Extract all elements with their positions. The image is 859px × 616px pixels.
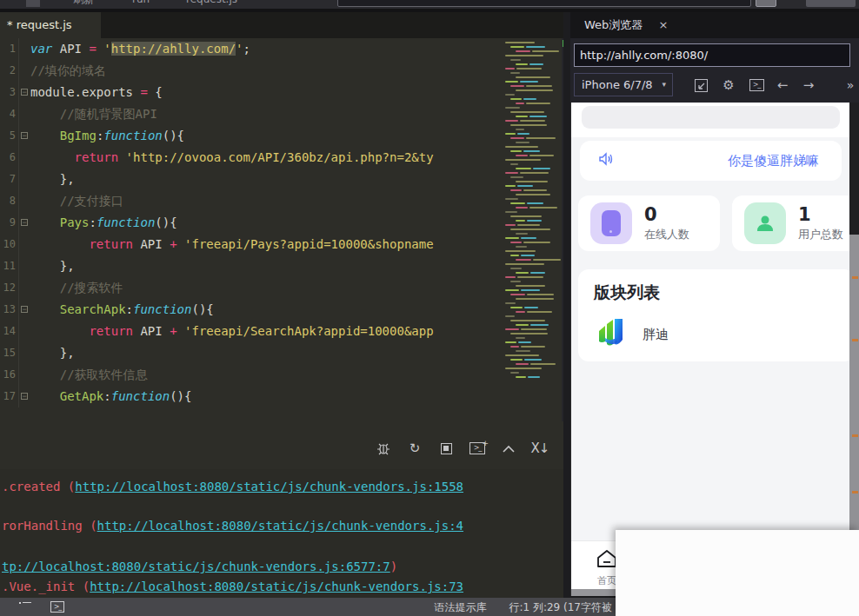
bug-icon[interactable]	[376, 440, 391, 456]
code-line[interactable]: 16 //获取软件信息	[0, 364, 502, 386]
stat-value: 0	[644, 205, 689, 224]
console-link[interactable]: tp://localhost:8080/static/js/chunk-vend…	[2, 560, 390, 573]
code-text: GetApk:function(){	[30, 386, 191, 407]
notice-banner[interactable]: 你是傻逼胖娣嘛	[580, 141, 842, 181]
fold-icon[interactable]: –	[21, 393, 28, 400]
console-link[interactable]: http://localhost:8080/static/js/chunk-ve…	[97, 519, 463, 533]
minimap[interactable]	[502, 38, 562, 421]
minimap-line	[510, 320, 562, 321]
minimap-line	[516, 155, 562, 156]
scroll-annotation	[852, 491, 858, 493]
fold-icon[interactable]: –	[21, 89, 28, 96]
console-entry: rorHandling (http://localhost:8080/stati…	[2, 519, 463, 533]
code-line[interactable]: 1var API = 'http://ahlly.com/';	[0, 38, 502, 60]
collapse-icon[interactable]	[501, 440, 516, 456]
tab-request-js[interactable]: * request.js	[0, 12, 101, 38]
minimap-line	[505, 302, 562, 304]
console-icon[interactable]: >_	[748, 76, 765, 94]
scroll-annotation	[852, 276, 858, 279]
minimap-line	[516, 168, 562, 169]
code-line[interactable]: 3–module.exports = {	[0, 82, 502, 103]
console-link[interactable]: http://localhost:8080/static/js/chunk-ve…	[90, 580, 463, 593]
scroll-annotation	[852, 434, 858, 437]
stat-card[interactable]: 0在线人数	[578, 195, 720, 251]
code-line[interactable]: 7 },	[0, 169, 502, 190]
close-panel-icon[interactable]: X↓	[532, 440, 548, 456]
speaker-icon	[597, 151, 615, 170]
minimap-line	[516, 181, 562, 182]
scrollbar-thumb[interactable]	[849, 103, 859, 235]
restart-icon[interactable]: ↻	[407, 440, 423, 456]
pane-divider[interactable]	[563, 12, 570, 598]
fold-column	[18, 169, 30, 190]
fold-column[interactable]: –	[18, 299, 30, 321]
minimap-line	[510, 255, 562, 256]
code-line[interactable]: 5– BgImg:function(){	[0, 125, 502, 147]
syntax-lib-label[interactable]: 语法提示库	[434, 600, 486, 615]
stop-icon[interactable]	[438, 440, 454, 456]
minimap-line	[510, 242, 562, 243]
code-line[interactable]: 2//填你的域名	[0, 60, 502, 82]
code-line[interactable]: 13– SearchApk:function(){	[0, 299, 502, 321]
menu-item[interactable]: request.js	[186, 0, 237, 9]
terminal-icon[interactable]: >_	[50, 601, 64, 613]
minimap-line	[505, 107, 562, 109]
browser-toolbar: iPhone 6/7/8 ▾ ⚙ >_ ← → »	[570, 38, 859, 103]
toolbar-icon[interactable]	[26, 0, 40, 7]
line-number: 14	[0, 321, 16, 342]
notice-text: 你是傻逼胖娣嘛	[728, 153, 819, 169]
close-icon[interactable]: ×	[658, 12, 668, 38]
new-console-icon[interactable]: >_+	[469, 440, 485, 456]
menu-item[interactable]: run	[132, 0, 150, 9]
minimap-line	[510, 98, 562, 100]
fold-column[interactable]: –	[18, 125, 30, 147]
menu-item[interactable]: 刷新	[73, 0, 94, 9]
toolbar-button[interactable]	[806, 0, 856, 7]
forward-icon[interactable]: →	[800, 76, 817, 94]
fold-icon[interactable]: –	[21, 132, 28, 139]
stat-card[interactable]: 1用户总数	[732, 195, 859, 251]
device-select[interactable]: iPhone 6/7/8 ▾	[574, 73, 673, 96]
code-line[interactable]: 15 },	[0, 342, 502, 364]
code-line[interactable]: 12 //搜索软件	[0, 277, 502, 299]
console-output[interactable]: .created (http://localhost:8080/static/j…	[0, 469, 563, 598]
code-line[interactable]: 11 },	[0, 255, 502, 277]
minimap-line	[510, 59, 562, 61]
fold-icon[interactable]: –	[21, 306, 28, 313]
code-line[interactable]: 14 return API + 'freeapi/SearchApk?appid…	[0, 321, 502, 342]
gear-icon[interactable]: ⚙	[720, 76, 737, 94]
minimap-line	[505, 237, 562, 239]
vertical-scrollbar[interactable]	[849, 103, 859, 530]
code-text: },	[30, 255, 75, 277]
code-text: return 'http://ovooa.com/API/360bz/api.p…	[30, 147, 434, 169]
small-toolbar-button[interactable]	[756, 0, 776, 7]
console-link[interactable]: http://localhost:8080/static/js/chunk-ve…	[75, 480, 463, 493]
minimap-line	[510, 333, 562, 334]
line-number: 5	[0, 125, 16, 147]
open-external-icon[interactable]	[692, 76, 709, 94]
code-line[interactable]: 10 return API + 'freeapi/Pays?appid=1000…	[0, 234, 502, 255]
code-line[interactable]: 4 //随机背景图API	[0, 103, 502, 125]
code-text: },	[30, 169, 75, 190]
minimap-line	[505, 159, 562, 161]
tab-web-browser[interactable]: Web浏览器	[570, 12, 643, 38]
top-search-input[interactable]	[337, 0, 751, 7]
minimap-line	[505, 250, 562, 252]
code-line[interactable]: 17– GetApk:function(){	[0, 386, 502, 407]
code-text: SearchApk:function(){	[30, 299, 214, 321]
outline-icon[interactable]	[19, 602, 31, 613]
app-item[interactable]: 胖迪	[594, 315, 855, 354]
code-line[interactable]: 8 //支付接口	[0, 190, 502, 212]
url-input[interactable]	[574, 43, 850, 67]
line-number: 11	[0, 255, 16, 277]
code-line[interactable]: 9– Pays:function(){	[0, 212, 502, 234]
fold-column[interactable]: –	[18, 212, 30, 234]
fold-column[interactable]: –	[18, 82, 30, 103]
code-line[interactable]: 6 return 'http://ovooa.com/API/360bz/api…	[0, 147, 502, 169]
fold-column[interactable]: –	[18, 386, 30, 407]
code-editor[interactable]: 1var API = 'http://ahlly.com/';2//填你的域名3…	[0, 38, 502, 421]
code-text: Pays:function(){	[30, 212, 177, 234]
fold-icon[interactable]: –	[21, 219, 28, 226]
more-icon[interactable]: »	[842, 76, 859, 94]
back-icon[interactable]: ←	[774, 76, 791, 94]
